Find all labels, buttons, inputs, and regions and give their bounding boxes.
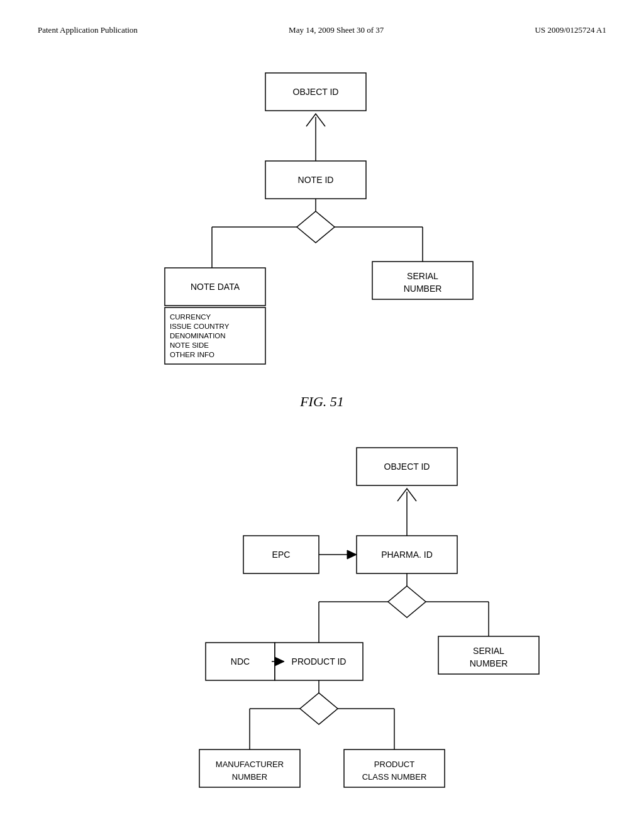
fig52-pclass-label: PRODUCT [374,760,414,769]
svg-marker-35 [300,693,338,724]
fig52-mfr-label: MANUFACTURER [216,760,284,769]
svg-text:ISSUE COUNTRY: ISSUE COUNTRY [170,323,230,330]
svg-text:DENOMINATION: DENOMINATION [170,332,226,340]
header-left: Patent Application Publication [38,25,138,35]
fig51-notedata-fields: CURRENCY [170,313,211,321]
svg-text:NUMBER: NUMBER [232,772,267,782]
header-right: US 2009/0125724 A1 [535,25,606,35]
svg-text:CLASS NUMBER: CLASS NUMBER [362,772,427,782]
fig51-serialnumber-label: SERIAL [407,271,438,281]
fig52-epc-label: EPC [272,550,291,560]
fig52-section: OBJECT ID PHARMA. ID EPC NDC [38,441,606,830]
fig52-serial-label: SERIAL [473,646,504,656]
fig52-objectid-label: OBJECT ID [384,462,430,472]
svg-text:NUMBER: NUMBER [404,284,442,294]
fig51-notedata-label: NOTE DATA [191,282,240,292]
svg-marker-23 [388,586,426,617]
page: Patent Application Publication May 14, 2… [0,0,644,830]
svg-marker-3 [297,211,335,243]
fig51-label: FIG. 51 [300,394,344,410]
header-center: May 14, 2009 Sheet 30 of 37 [289,25,384,35]
fig52-pharmaid-label: PHARMA. ID [381,550,433,560]
svg-text:OTHER INFO: OTHER INFO [170,351,214,358]
svg-text:NUMBER: NUMBER [470,658,508,668]
fig52-ndc-label: NDC [231,656,250,667]
page-header: Patent Application Publication May 14, 2… [38,25,606,35]
fig51-objectid-label: OBJECT ID [293,87,339,97]
fig51-svg: OBJECT ID NOTE ID NOTE DATA [102,60,542,387]
fig51-section: OBJECT ID NOTE ID NOTE DATA [38,60,606,429]
fig52-svg: OBJECT ID PHARMA. ID EPC NDC [86,441,558,830]
svg-marker-22 [347,550,357,559]
fig52-productid-label: PRODUCT ID [292,656,347,667]
fig51-noteid-label: NOTE ID [298,175,334,185]
svg-text:NOTE SIDE: NOTE SIDE [170,341,209,349]
